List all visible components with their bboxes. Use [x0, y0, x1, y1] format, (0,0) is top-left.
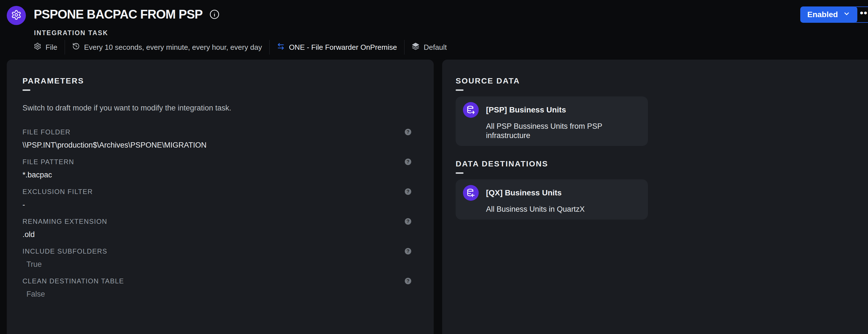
gear-icon — [34, 42, 41, 52]
page-subtitle: INTEGRATION TASK — [34, 29, 108, 37]
destination-card-title: [QX] Business Units — [486, 188, 641, 198]
task-type-icon — [7, 6, 26, 25]
meta-schedule: Every 10 seconds, every minute, every ho… — [65, 42, 269, 52]
field-value: *.bacpac — [23, 171, 411, 180]
ellipsis-icon: ••• — [860, 10, 868, 16]
field-value: True — [23, 260, 411, 269]
page-title: PSPONE BACPAC FROM PSP — [34, 7, 203, 21]
field-value: - — [23, 200, 411, 209]
parameters-heading: PARAMETERS — [23, 76, 411, 86]
data-destinations-heading: DATA DESTINATIONS — [456, 159, 868, 169]
parameters-panel: PARAMETERS Switch to draft mode if you w… — [7, 60, 434, 334]
source-data-card[interactable]: [PSP] Business Units All PSP Bussiness U… — [456, 96, 648, 146]
draft-mode-note: Switch to draft mode if you want to modi… — [23, 103, 411, 113]
source-destination-panel: SOURCE DATA [PSP] Business Units All PSP… — [442, 60, 868, 334]
meta-connector[interactable]: ONE - File Forwarder OnPremise — [270, 42, 404, 52]
heading-underline — [456, 172, 464, 174]
status-enabled-label: Enabled — [807, 10, 838, 19]
field-value: \\PSP.INT\production$\Archives\PSPONE\MI… — [23, 141, 411, 150]
gear-icon — [11, 9, 22, 21]
field-file-pattern: FILE PATTERN *.bacpac ? — [23, 158, 411, 180]
database-export-icon — [463, 102, 479, 118]
source-card-title: [PSP] Business Units — [486, 105, 641, 115]
field-label: RENAMING EXTENSION — [23, 217, 411, 226]
meta-task-type-label: File — [45, 43, 57, 52]
field-label: CLEAN DESTINATION TABLE — [23, 277, 411, 285]
field-file-folder: FILE FOLDER \\PSP.INT\production$\Archiv… — [23, 128, 411, 150]
database-import-icon — [463, 185, 479, 201]
parameters-fields: FILE FOLDER \\PSP.INT\production$\Archiv… — [23, 128, 411, 299]
field-exclusion-filter: EXCLUSION FILTER - ? — [23, 187, 411, 209]
help-icon[interactable]: ? — [405, 158, 411, 165]
help-icon[interactable]: ? — [405, 129, 411, 135]
help-icon[interactable]: ? — [405, 278, 411, 284]
layers-icon — [412, 42, 420, 52]
history-clock-icon — [72, 42, 80, 52]
swap-arrows-icon — [277, 42, 285, 52]
meta-environment: Default — [404, 42, 454, 52]
field-value: .old — [23, 230, 411, 239]
source-data-heading: SOURCE DATA — [456, 76, 868, 86]
more-actions-button[interactable]: ••• — [853, 6, 868, 23]
help-icon[interactable]: ? — [405, 188, 411, 195]
field-include-subfolders: INCLUDE SUBFOLDERS True ? — [23, 247, 411, 269]
info-icon[interactable] — [209, 9, 220, 20]
field-label: EXCLUSION FILTER — [23, 187, 411, 196]
meta-schedule-label: Every 10 seconds, every minute, every ho… — [84, 43, 262, 52]
field-value: False — [23, 290, 411, 299]
help-icon[interactable]: ? — [405, 248, 411, 254]
field-renaming-extension: RENAMING EXTENSION .old ? — [23, 217, 411, 239]
meta-task-type: File — [29, 42, 65, 52]
field-label: FILE FOLDER — [23, 128, 411, 136]
heading-underline — [456, 89, 464, 91]
destination-data-card[interactable]: [QX] Business Units All Business Units i… — [456, 179, 648, 219]
chevron-down-icon — [843, 10, 850, 20]
status-enabled-button[interactable]: Enabled — [800, 6, 857, 23]
meta-environment-label: Default — [424, 43, 447, 52]
source-card-description: All PSP Bussiness Units from PSP infrast… — [486, 122, 641, 140]
heading-underline — [23, 89, 30, 91]
field-clean-destination-table: CLEAN DESTINATION TABLE False ? — [23, 277, 411, 299]
field-label: INCLUDE SUBFOLDERS — [23, 247, 411, 255]
task-meta-toolbar: File Every 10 seconds, every minute, eve… — [29, 39, 454, 55]
meta-connector-label: ONE - File Forwarder OnPremise — [289, 43, 397, 52]
destination-card-description: All Business Units in QuartzX — [486, 205, 641, 214]
field-label: FILE PATTERN — [23, 158, 411, 166]
help-icon[interactable]: ? — [405, 218, 411, 225]
